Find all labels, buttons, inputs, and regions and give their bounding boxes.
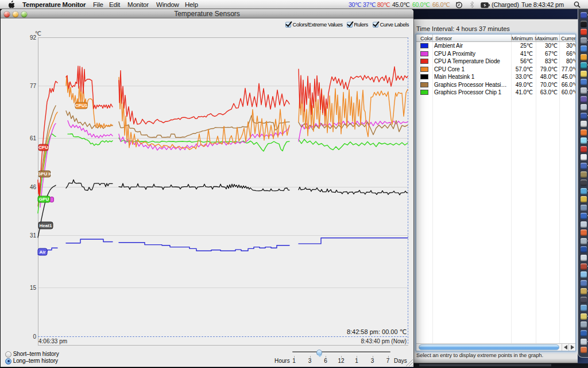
svg-text:15: 15 [30,285,37,291]
svg-text:31: 31 [30,232,37,239]
svg-text:Air: Air [39,250,45,255]
svg-text:8:42:58 pm: 00.00 ℃: 8:42:58 pm: 00.00 ℃ [347,328,407,335]
svg-text:GPU: GPU [39,197,49,202]
svg-text:4:06:33 pm: 4:06:33 pm [38,338,67,344]
svg-text:CPU: CPU [38,145,48,150]
svg-text:GPU H: GPU H [37,171,52,177]
svg-text:Heat1: Heat1 [40,223,52,228]
svg-text:0: 0 [33,334,36,340]
svg-text:46: 46 [30,184,37,190]
svg-text:61: 61 [30,135,37,141]
svg-text:92: 92 [30,34,37,41]
svg-text:CPU1: CPU1 [75,103,88,108]
svg-text:8:43:40 pm (Now): 8:43:40 pm (Now) [361,338,407,344]
svg-text:77: 77 [30,83,37,89]
